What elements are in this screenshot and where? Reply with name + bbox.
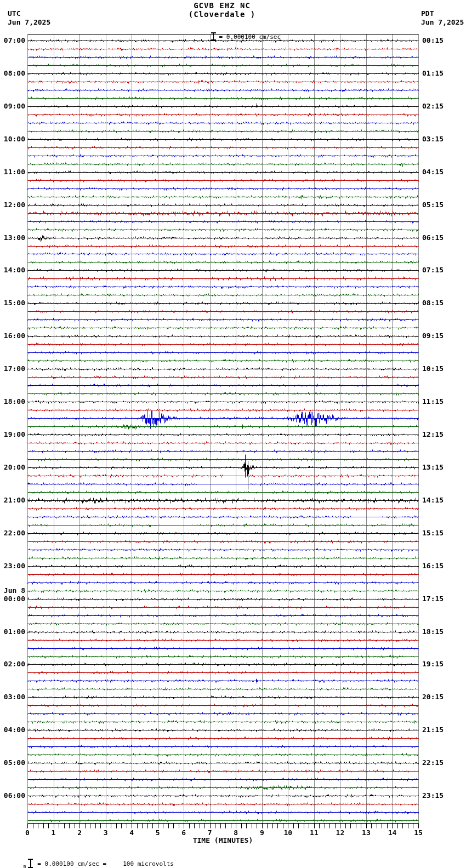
x-axis-tick-label: 1 [46,829,62,837]
pdt-hour-label: 09:15 [422,332,444,340]
pdt-hour-label: 05:15 [422,201,444,209]
pdt-hour-label: 02:15 [422,102,444,110]
pdt-hour-label: 12:15 [422,430,444,438]
utc-hour-label: 17:00 [0,364,25,373]
pdt-hour-label: 08:15 [422,299,444,307]
utc-hour-label: 09:00 [0,102,25,110]
utc-hour-label: 23:00 [0,562,25,570]
utc-hour-label: 16:00 [0,332,25,340]
station-title: GCVB EHZ NC [137,1,307,10]
utc-hour-label: 00:00 [0,595,25,603]
x-axis-tick-label: 10 [280,829,296,837]
utc-hour-label: 08:00 [0,69,25,77]
utc-hour-label: 15:00 [0,299,25,307]
utc-hour-label: 12:00 [0,201,25,209]
scale-bar: = 0.000100 cm/sec [190,20,281,52]
left-date-label: Jun 7,2025 [8,18,50,26]
x-axis-tick-label: 0 [19,829,36,837]
x-axis-tick-label: 5 [150,829,166,837]
footer-ibeam-icon [28,859,33,868]
pdt-hour-label: 11:15 [422,397,444,406]
utc-hour-label: 10:00 [0,135,25,143]
utc-hour-label: 01:00 [0,627,25,636]
pdt-hour-label: 06:15 [422,233,444,242]
pdt-hour-label: 13:15 [422,463,444,471]
pdt-hour-label: 14:15 [422,496,444,504]
station-location: (Cloverdale ) [137,10,307,19]
x-axis-tick-label: 2 [71,829,88,837]
scale-ibeam-icon [211,32,216,41]
pdt-hour-label: 19:15 [422,660,444,668]
utc-date-label: Jun 8 [0,586,25,595]
helicorder-page: UTC Jun 7,2025 GCVB EHZ NC (Cloverdale )… [0,0,466,868]
x-axis-tick-label: 11 [306,829,322,837]
x-axis-tick-label: 14 [384,829,400,837]
utc-hour-label: 03:00 [0,693,25,701]
footer-prefix-glyph: m [24,864,26,868]
pdt-hour-label: 18:15 [422,627,444,636]
left-timezone-label: UTC [8,9,20,18]
footer-note-right: 100 microvolts [123,860,174,867]
x-axis-title: TIME (MINUTES) [27,836,418,844]
x-axis-tick-label: 13 [358,829,374,837]
utc-hour-label: 20:00 [0,463,25,471]
pdt-hour-label: 07:15 [422,266,444,274]
utc-hour-label: 18:00 [0,397,25,406]
x-axis-tick-label: 7 [202,829,218,837]
right-timezone-label: PDT [421,9,434,18]
pdt-hour-label: 20:15 [422,693,444,701]
pdt-hour-label: 17:15 [422,595,444,603]
pdt-hour-label: 16:15 [422,562,444,570]
utc-hour-label: 13:00 [0,233,25,242]
utc-hour-label: 11:00 [0,168,25,176]
x-axis-tick-label: 12 [332,829,348,837]
pdt-hour-label: 01:15 [422,69,444,77]
x-axis-tick-label: 9 [254,829,270,837]
utc-hour-label: 21:00 [0,496,25,504]
scale-label: = 0.000100 cm/sec [219,33,281,41]
pdt-hour-label: 00:15 [422,36,444,44]
utc-hour-label: 05:00 [0,758,25,767]
utc-hour-label: 02:00 [0,660,25,668]
right-date-label: Jun 7,2025 [421,18,464,26]
footer-note-left: = 0.000100 cm/sec = [37,860,106,867]
x-axis-tick-label: 3 [98,829,114,837]
pdt-hour-label: 22:15 [422,758,444,767]
x-axis-tick-label: 8 [228,829,244,837]
x-axis-tick-label: 6 [175,829,192,837]
utc-hour-label: 06:00 [0,791,25,800]
utc-hour-label: 04:00 [0,726,25,734]
pdt-hour-label: 21:15 [422,726,444,734]
footer-scale-note: m= 0.000100 cm/sec =100 microvolts [2,847,174,868]
pdt-hour-label: 04:15 [422,168,444,176]
utc-hour-label: 14:00 [0,266,25,274]
pdt-hour-label: 23:15 [422,791,444,800]
pdt-hour-label: 03:15 [422,135,444,143]
utc-hour-label: 22:00 [0,529,25,537]
pdt-hour-label: 15:15 [422,529,444,537]
x-axis-tick-label: 4 [123,829,140,837]
helicorder-canvas [0,0,466,868]
utc-hour-label: 19:00 [0,430,25,438]
utc-hour-label: 07:00 [0,36,25,44]
pdt-hour-label: 10:15 [422,364,444,373]
x-axis-tick-label: 15 [410,829,427,837]
